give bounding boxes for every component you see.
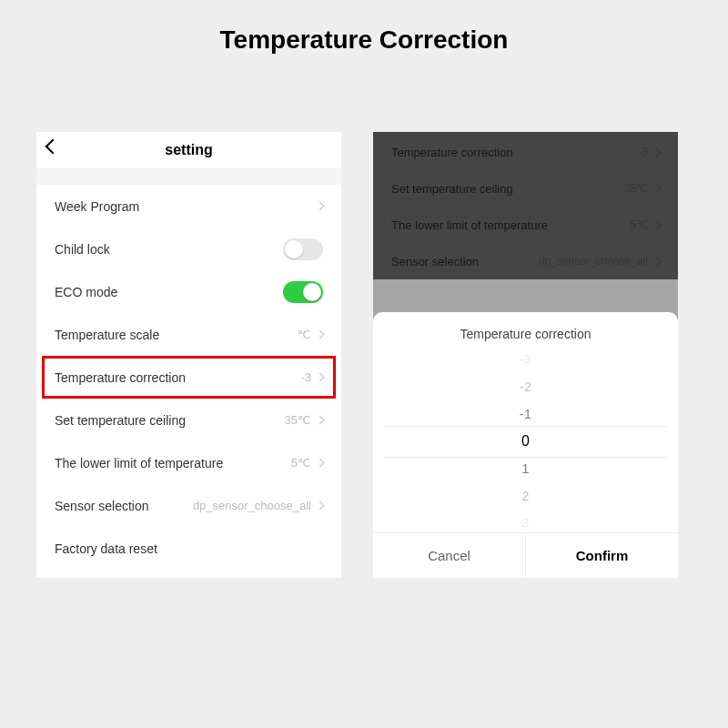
picker-option[interactable]: -2	[520, 373, 531, 400]
value-lower-limit: 5℃	[291, 456, 311, 470]
chevron-right-icon	[316, 416, 325, 425]
value-temperature-correction: -3	[300, 370, 311, 384]
sheet-title: Temperature correction	[373, 312, 678, 350]
chevron-right-icon	[316, 459, 325, 468]
row-child-lock[interactable]: Child lock	[36, 228, 341, 270]
value-temperature-scale: ℃	[298, 328, 311, 341]
value-picker[interactable]: -3 -2 -1 0 1 2 3	[373, 350, 678, 532]
settings-list: Week Program Child lock ECO mode Tempera…	[36, 185, 341, 570]
picker-option[interactable]: -1	[520, 400, 531, 428]
section-separator	[36, 168, 341, 185]
label-week-program: Week Program	[55, 199, 317, 214]
cancel-button[interactable]: Cancel	[373, 533, 526, 578]
row-sensor-selection[interactable]: Sensor selection dp_sensor_choose_all	[36, 484, 341, 527]
toggle-child-lock[interactable]	[283, 238, 323, 260]
nav-title: setting	[36, 142, 341, 158]
picker-screen: Temperature correction -3 Set temperatur…	[373, 132, 678, 578]
nav-bar: setting	[36, 132, 341, 168]
sheet-buttons: Cancel Confirm	[373, 532, 678, 578]
confirm-button[interactable]: Confirm	[526, 533, 678, 578]
label-eco-mode: ECO mode	[55, 285, 283, 299]
picker-sheet: Temperature correction -3 -2 -1 0 1 2 3 …	[373, 312, 678, 578]
picker-option-selected[interactable]: 0	[521, 428, 530, 455]
picker-option[interactable]: 3	[522, 510, 529, 532]
value-temperature-ceiling: 35℃	[285, 413, 311, 427]
label-temperature-correction: Temperature correction	[55, 370, 300, 385]
label-lower-limit: The lower limit of temperature	[55, 456, 291, 470]
chevron-right-icon	[316, 330, 325, 339]
chevron-right-icon	[316, 501, 325, 511]
toggle-eco-mode[interactable]	[283, 281, 323, 303]
picker-option[interactable]: 1	[521, 455, 529, 482]
row-factory-reset[interactable]: Factory data reset	[36, 527, 341, 570]
picker-option[interactable]: 2	[522, 482, 530, 510]
row-lower-limit[interactable]: The lower limit of temperature 5℃	[36, 441, 341, 484]
row-eco-mode[interactable]: ECO mode	[36, 270, 341, 313]
row-temperature-ceiling[interactable]: Set temperature ceiling 35℃	[36, 399, 341, 441]
toggle-knob	[285, 240, 303, 258]
label-factory-reset: Factory data reset	[55, 541, 323, 556]
value-sensor-selection: dp_sensor_choose_all	[193, 499, 311, 512]
settings-screen: setting Week Program Child lock ECO mode…	[36, 132, 341, 578]
label-sensor-selection: Sensor selection	[55, 499, 193, 513]
row-week-program[interactable]: Week Program	[36, 185, 341, 228]
label-temperature-ceiling: Set temperature ceiling	[55, 413, 285, 428]
picker-option[interactable]: -3	[521, 350, 531, 373]
row-temperature-scale[interactable]: Temperature scale ℃	[36, 313, 341, 356]
label-child-lock: Child lock	[55, 242, 283, 257]
label-temperature-scale: Temperature scale	[55, 328, 298, 342]
chevron-right-icon	[316, 202, 325, 211]
chevron-right-icon	[316, 373, 325, 382]
toggle-knob	[303, 283, 321, 301]
page-title: Temperature Correction	[0, 0, 728, 55]
row-temperature-correction[interactable]: Temperature correction -3	[36, 356, 341, 399]
